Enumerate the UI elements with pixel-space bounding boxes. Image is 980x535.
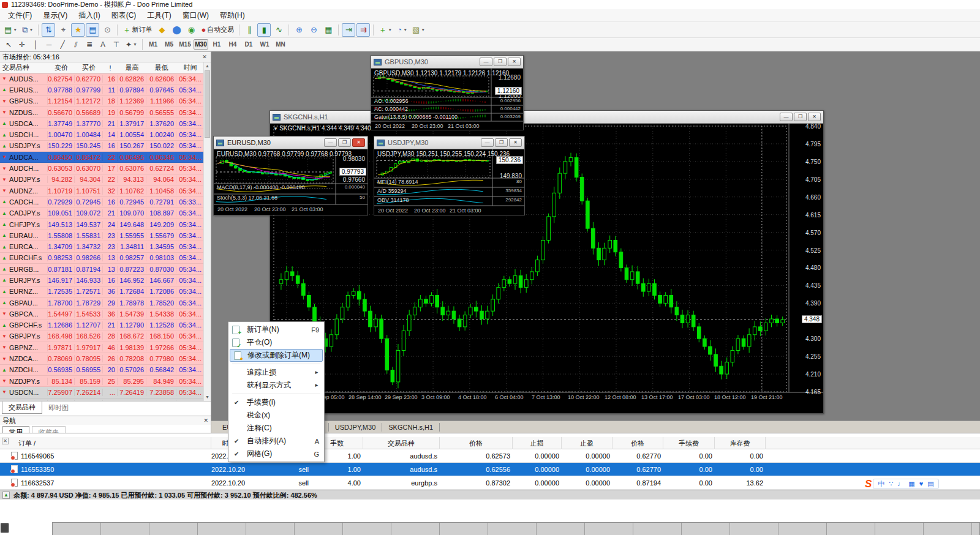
market-watch-row[interactable]: ▼GBPUS...1.121541.12172181.123691.119660… <box>0 96 211 107</box>
market-watch-tab-item[interactable]: 即时图 <box>42 402 75 414</box>
timeframe-h4[interactable]: H4 <box>225 39 240 50</box>
orders-col-5[interactable]: 价格 <box>440 437 513 449</box>
context-menu-item-i[interactable]: ✔手续费(i) <box>228 396 324 409</box>
voice-icon[interactable]: ♩ <box>897 481 904 487</box>
bar-chart-button[interactable]: ∥ <box>243 23 256 37</box>
minimize-button[interactable]: — <box>480 58 492 66</box>
one-click-trading-icon[interactable]: ▼ <box>273 126 279 132</box>
profiles-button[interactable]: ⧉▼ <box>20 23 35 37</box>
line-chart-button[interactable]: ∿ <box>272 23 285 37</box>
market-watch-row[interactable]: ▲USDCA...1.377491.37770211.379171.376200… <box>0 118 211 129</box>
periods-button[interactable]: ◔▼ <box>395 23 409 37</box>
cursor-tool[interactable]: ↖ <box>2 39 15 50</box>
restore-button[interactable]: ❐ <box>338 138 351 147</box>
auto-scroll-button[interactable]: ⇉ <box>356 23 370 37</box>
timeframe-m5[interactable]: M5 <box>162 39 176 50</box>
market-watch-row[interactable]: ▼AUDCH...0.630530.63070170.630760.627240… <box>0 163 211 174</box>
market-watch-row[interactable]: ▲GBPAU...1.787001.78729291.789781.785200… <box>0 297 211 309</box>
crosshair-tool[interactable]: ✛ <box>16 39 28 50</box>
chart-client-area[interactable]: EURUSD,M30 0.97768 0.97799 0.97768 0.977… <box>214 149 368 215</box>
orders-column-headers[interactable]: 订单 /时间类型手数交易品种价格止损止盈价格手续费库存费 <box>0 437 980 449</box>
scroll-up-icon[interactable]: ▲ <box>204 62 211 70</box>
context-menu-item-a[interactable]: ✔自动排列(A)A <box>228 435 324 447</box>
orders-col-4[interactable]: 交易品种 <box>363 437 440 449</box>
menu-item-5[interactable]: 窗口(W) <box>177 9 214 23</box>
indicators-button[interactable]: ＋▼ <box>377 23 394 37</box>
text-tool[interactable]: A <box>97 39 109 50</box>
new-chart-button[interactable]: ▤▼ <box>2 23 19 37</box>
scroll-down-icon[interactable]: ▼ <box>204 394 211 401</box>
data-window-button[interactable]: ⌖ <box>56 23 70 37</box>
restore-button[interactable]: ❐ <box>495 138 508 147</box>
context-menu-item-m[interactable]: ●修改或删除订单(M) <box>230 349 323 362</box>
market-watch-row[interactable]: ▼GBPCA...1.544971.54533361.547391.543380… <box>0 309 211 320</box>
menu-item-0[interactable]: 文件(F) <box>2 9 37 23</box>
market-watch-tab-item[interactable]: 交易品种 <box>2 402 42 414</box>
market-watch-row[interactable]: ▼NZDCA...0.780690.78095260.782080.779800… <box>0 353 211 364</box>
timeframe-w1[interactable]: W1 <box>257 39 272 50</box>
fibonacci-tool[interactable]: ≣ <box>83 39 96 50</box>
mw-col-3[interactable]: ! <box>103 64 118 72</box>
shapes-tool[interactable]: ✦▼ <box>124 39 139 50</box>
close-button[interactable]: ✕ <box>352 138 365 147</box>
menu-item-2[interactable]: 插入(I) <box>73 9 105 23</box>
orders-col-9[interactable]: 手续费 <box>663 437 715 449</box>
market-watch-row[interactable]: ▼NZDUS...0.566700.56689190.567990.565550… <box>0 107 211 118</box>
chart-window-usdjpy-m30[interactable]: USDJPY,M30—❐✕USDJPY,M30 150.251 150.255 … <box>374 136 525 215</box>
context-menu-item-o[interactable]: ✓平仓(O) <box>228 336 324 349</box>
channel-tool[interactable]: ⫽ <box>70 39 82 50</box>
keyboard-icon[interactable]: ▦ <box>908 481 914 487</box>
mw-col-1[interactable]: 卖价 <box>48 63 75 72</box>
context-menu-item-item[interactable]: 获利显示方式► <box>228 379 324 392</box>
punctuation-icon[interactable]: ∵ <box>889 481 893 487</box>
new-order-button[interactable]: ＋新订单 <box>121 23 154 37</box>
context-menu-item-x[interactable]: 税金(x) <box>228 409 324 422</box>
market-watch-row[interactable]: ▲USDJPY.s150.229150.24516150.267150.0220… <box>0 141 211 152</box>
navigator-close-icon[interactable]: ✕ <box>203 417 208 424</box>
chart-tab-usdjpy-m30[interactable]: USDJPY,M30 <box>329 423 382 432</box>
vline-tool[interactable]: │ <box>29 39 42 50</box>
candlestick-button[interactable]: ▮ <box>257 23 271 37</box>
market-watch-row[interactable]: ▲EURNZ...1.725351.72571361.726841.720860… <box>0 286 211 297</box>
market-watch-row[interactable]: ▼AUDCA...0.864500.86472220.864950.863450… <box>0 152 211 163</box>
chinese-mode-icon[interactable]: 中 <box>878 481 884 487</box>
chart-window-gbpusd-m30[interactable]: GBPUSD,M30—❐✕GBPUSD,M30 1.12130 1.12179 … <box>371 55 524 130</box>
market-watch-row[interactable]: ▲CADJPY.s109.051109.07221109.070108.8970… <box>0 208 211 219</box>
market-watch-row[interactable]: ▼GBPNZ...1.978711.97917461.981391.972660… <box>0 342 211 353</box>
close-button[interactable]: ✕ <box>808 113 821 121</box>
label-tool[interactable]: ⊤ <box>110 39 123 50</box>
mw-col-6[interactable]: 时间 <box>176 63 204 72</box>
navigator-tab-item[interactable]: 常用 <box>2 426 29 433</box>
market-watch-row[interactable]: ▲EURUS...0.977880.97799110.978940.976450… <box>0 84 211 95</box>
restore-button[interactable]: ❐ <box>494 58 507 66</box>
mw-col-0[interactable]: 交易品种 <box>0 63 48 72</box>
chart-window-titlebar[interactable]: USDJPY,M30—❐✕ <box>374 137 524 149</box>
market-watch-row[interactable]: ▼NZDJPY.s85.13485.1592585.29584.94905:34… <box>0 376 211 387</box>
market-watch-row[interactable]: ▲EURAU...1.558081.55831231.559551.556790… <box>0 230 211 241</box>
templates-button[interactable]: ▧▼ <box>410 23 427 37</box>
market-watch-row[interactable]: ▼GBPJPY.s168.498168.52628168.672168.1500… <box>0 331 211 342</box>
terminal-toggle[interactable]: ▤ <box>86 23 99 37</box>
orders-col-6[interactable]: 止损 <box>513 437 562 449</box>
mw-col-5[interactable]: 最低 <box>146 63 176 72</box>
zoom-out-button[interactable]: ⊖ <box>307 23 320 37</box>
chart-window-titlebar[interactable]: GBPUSD,M30—❐✕ <box>371 56 523 69</box>
chart-tab-skgcnh-s-h1[interactable]: SKGCNH.s,H1 <box>382 423 440 432</box>
market-watch-row[interactable]: ▼AUDJPY.s94.28294.3042294.31394.06405:34… <box>0 174 211 185</box>
chart-window-eurusd-m30[interactable]: EURUSD,M30—❐✕EURUSD,M30 0.97768 0.97799 … <box>213 136 368 215</box>
context-menu-item-c[interactable]: 注释(C) <box>228 422 324 435</box>
context-menu-item-g[interactable]: ✔网格(G)G <box>228 447 324 460</box>
skin-icon[interactable]: ♥ <box>919 481 924 487</box>
sogou-logo-icon[interactable]: S <box>865 478 872 490</box>
orders-col-10[interactable]: 库存费 <box>715 437 766 449</box>
menu-item-1[interactable]: 显示(V) <box>37 9 73 23</box>
context-menu-item-n[interactable]: +新订单(N)F9 <box>228 323 324 336</box>
orders-col-0[interactable]: 订单 / <box>0 437 211 449</box>
chart-client-area[interactable]: GBPUSD,M30 1.12130 1.12179 1.12126 1.121… <box>371 69 523 130</box>
market-watch-row[interactable]: ▼AUDUS...0.627540.62770160.628260.626060… <box>0 73 211 84</box>
menu-item-4[interactable]: 工具(T) <box>141 9 176 23</box>
mw-col-4[interactable]: 最高 <box>118 63 146 72</box>
metaeditor-button[interactable]: ◆ <box>155 23 168 37</box>
tile-windows-button[interactable]: ▦ <box>322 23 335 37</box>
market-watch-toggle[interactable]: ⇅ <box>42 23 55 37</box>
